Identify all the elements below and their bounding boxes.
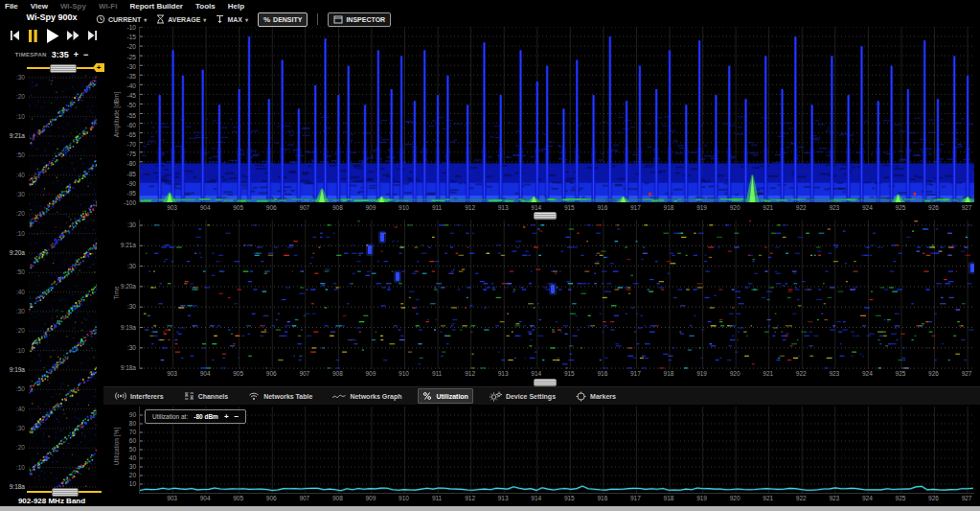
x-tick-label: 921 xyxy=(757,495,780,501)
x-tick-label: 925 xyxy=(889,495,912,501)
utilization-threshold-control[interactable]: Utilization at: -80 dBm + − xyxy=(145,409,246,424)
average-label: AVERAGE xyxy=(168,16,200,23)
sidebar-waterfall[interactable] xyxy=(29,75,97,489)
y-tick-label: 10 xyxy=(129,480,136,487)
y-tick-label: -60 xyxy=(127,122,136,128)
x-tick-label: 906 xyxy=(260,370,283,377)
x-tick-label: 914 xyxy=(525,370,548,377)
x-tick-label: 913 xyxy=(491,370,514,377)
x-tick-label: 920 xyxy=(723,370,746,377)
x-tick-label: 907 xyxy=(293,204,316,211)
average-view-dropdown[interactable]: AVERAGE▾ xyxy=(156,14,206,24)
x-tick-label: 915 xyxy=(558,495,581,501)
waterfall-range-slider-top[interactable]: + xyxy=(27,63,102,73)
x-tick-label: 923 xyxy=(823,204,846,211)
tab-channels[interactable]: Channels xyxy=(180,389,233,403)
sidebar-time-label: :10 xyxy=(16,113,25,120)
tab-label: Markers xyxy=(590,393,616,400)
y-tick-label: 90 xyxy=(129,411,136,418)
sidebar-time-label: :30 xyxy=(16,191,25,197)
x-tick-label: 905 xyxy=(227,495,250,501)
x-tick-label: 920 xyxy=(723,495,746,501)
pause-button[interactable] xyxy=(28,30,38,42)
waterfall-range-slider-bottom[interactable] xyxy=(27,487,102,497)
current-view-dropdown[interactable]: CURRENT▾ xyxy=(96,14,147,24)
menu-help[interactable]: Help xyxy=(228,2,244,11)
splitter-handle-upper[interactable] xyxy=(534,212,557,220)
x-tick-label: 925 xyxy=(889,370,912,377)
skip-to-end-button[interactable] xyxy=(87,30,98,41)
x-tick-label: 917 xyxy=(624,495,647,501)
timespan-decrease-button[interactable]: − xyxy=(83,51,88,58)
utilization-plot[interactable] xyxy=(139,406,974,494)
waterfall-plot[interactable] xyxy=(139,220,974,369)
tab-device-settings[interactable]: Device Settings xyxy=(486,389,559,404)
splitter-handle-lower[interactable] xyxy=(534,379,557,386)
menu-report-builder[interactable]: Report Builder xyxy=(129,2,183,11)
x-tick-label: 911 xyxy=(425,370,448,377)
clock-icon xyxy=(96,14,105,24)
threshold-decrease-button[interactable]: − xyxy=(235,413,239,420)
max-view-dropdown[interactable]: MAX▾ xyxy=(216,14,248,24)
slider-zoom-tag[interactable]: + xyxy=(93,63,104,72)
fast-forward-button[interactable] xyxy=(67,31,80,40)
tab-label: Interferers xyxy=(130,393,164,400)
skip-to-start-button[interactable] xyxy=(10,30,20,41)
slider-handle[interactable] xyxy=(50,64,77,73)
y-tick-label: -100 xyxy=(124,199,136,206)
x-tick-label: 913 xyxy=(491,204,514,211)
view-toolbar: CURRENT▾ AVERAGE▾ MAX▾ % DENSITY INSPECT… xyxy=(96,12,391,27)
x-tick-label: 921 xyxy=(757,370,780,377)
y-tick-label: -45 xyxy=(127,92,136,99)
play-button[interactable] xyxy=(46,29,59,43)
menu-wispy: Wi-Spy xyxy=(60,2,86,11)
y-tick-label: 80 xyxy=(129,420,136,427)
tab-label: Utilization xyxy=(436,393,467,400)
slider-handle[interactable] xyxy=(52,488,79,497)
x-tick-label: 911 xyxy=(425,204,448,211)
sidebar-time-label: :40 xyxy=(16,172,25,178)
percent-icon: % xyxy=(263,15,270,24)
x-tick-label: 926 xyxy=(923,370,946,377)
tab-interferers[interactable]: Interferers xyxy=(111,389,168,403)
inspector-toggle-button[interactable]: INSPECTOR xyxy=(328,12,391,27)
y-tick-label: -35 xyxy=(127,73,136,80)
threshold-increase-button[interactable]: + xyxy=(224,413,229,420)
timespan-increase-button[interactable]: + xyxy=(74,51,79,58)
x-tick-label: 923 xyxy=(823,495,846,501)
menu-tools[interactable]: Tools xyxy=(195,2,216,11)
x-tick-label: 903 xyxy=(161,204,184,211)
x-tick-label: 908 xyxy=(326,495,349,501)
y-tick-label: :30 xyxy=(127,263,136,269)
x-tick-label: 907 xyxy=(293,495,316,501)
y-tick-label: :30 xyxy=(127,344,136,351)
y-tick-label: -90 xyxy=(127,180,136,187)
waterfall-frequency-axis: 9039049059069079089099109119129139149159… xyxy=(139,370,973,379)
y-tick-label: 60 xyxy=(129,437,136,444)
y-tick-label: -55 xyxy=(127,112,136,119)
tab-networks-table[interactable]: Networks Table xyxy=(244,389,316,403)
x-tick-label: 904 xyxy=(194,495,217,501)
tab-utilization[interactable]: Utilization xyxy=(418,388,472,404)
density-plot[interactable] xyxy=(139,27,974,202)
sidebar-time-label: :20 xyxy=(16,210,25,217)
fast-forward-icon xyxy=(67,31,80,40)
y-tick-label: -50 xyxy=(127,102,136,108)
density-toggle-button[interactable]: % DENSITY xyxy=(258,12,308,27)
tab-networks-graph[interactable]: Networks Graph xyxy=(329,389,405,403)
menu-view[interactable]: View xyxy=(31,2,48,11)
x-tick-label: 910 xyxy=(393,204,416,211)
x-tick-label: 914 xyxy=(525,204,548,211)
y-tick-label: -15 xyxy=(127,34,136,40)
menu-file[interactable]: File xyxy=(5,2,18,11)
x-tick-label: 923 xyxy=(823,370,846,377)
y-tick-label: -75 xyxy=(127,151,136,157)
play-icon xyxy=(46,29,59,43)
gear-icon xyxy=(490,391,502,402)
skip-to-start-icon xyxy=(10,30,20,41)
y-tick-label: 9:20a xyxy=(121,283,136,290)
menu-wifi: Wi-Fi xyxy=(99,2,117,11)
x-tick-label: 915 xyxy=(558,204,581,211)
x-tick-label: 926 xyxy=(923,495,946,501)
tab-markers[interactable]: Markers xyxy=(572,389,620,404)
